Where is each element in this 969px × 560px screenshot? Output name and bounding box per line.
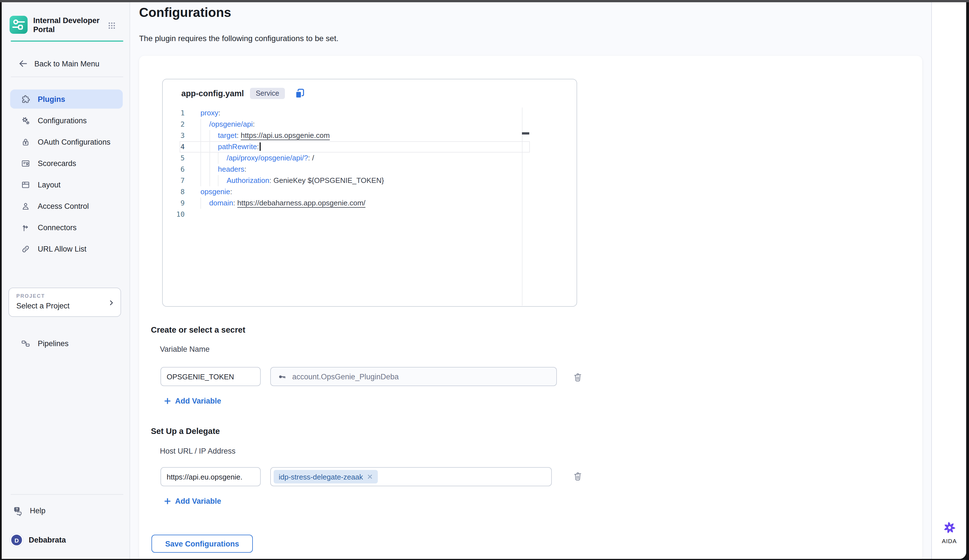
line-content: target: https://api.us.opsgenie.com — [200, 130, 330, 141]
indent-guide — [200, 130, 209, 141]
arrow-left-icon — [18, 58, 28, 69]
line-content: /opsgenie/api: — [200, 119, 255, 130]
text-cursor — [260, 142, 261, 151]
secret-section-heading: Create or select a secret — [151, 325, 245, 334]
indent-guide — [209, 164, 218, 175]
sidebar-item-access-control[interactable]: Access Control — [10, 196, 123, 216]
back-label: Back to Main Menu — [34, 59, 99, 68]
copy-icon[interactable] — [294, 88, 306, 99]
help-button[interactable]: ? Help — [12, 504, 46, 517]
sidebar-item-label: URL Allow List — [38, 244, 87, 253]
fork-arrows-icon — [21, 223, 30, 232]
line-number: 1 — [163, 108, 185, 119]
code-line[interactable]: 5/api/proxy/opsgenie/api/?: / — [163, 153, 576, 164]
sidebar-divider — [11, 76, 123, 77]
app-logo — [10, 16, 28, 34]
sidebar-item-plugins[interactable]: Plugins — [10, 90, 123, 109]
line-content: domain: https://debaharness.app.opsgenie… — [200, 198, 365, 209]
scorecard-icon — [21, 158, 30, 168]
trash-icon — [573, 470, 583, 482]
sidebar-item-layout[interactable]: Layout — [10, 175, 123, 194]
secret-value: account.OpsGenie_PluginDeba — [292, 372, 399, 381]
line-number: 6 — [163, 164, 185, 175]
code-line[interactable]: 4pathRewrite: — [163, 141, 576, 153]
secret-select-field[interactable]: account.OpsGenie_PluginDeba — [270, 367, 557, 386]
code-line[interactable]: 10 — [163, 209, 576, 220]
host-url-input[interactable] — [160, 467, 261, 486]
editor-header: app-config.yaml Service — [163, 79, 576, 108]
trash-icon — [573, 371, 583, 383]
plus-icon — [164, 397, 171, 404]
code-line[interactable]: 6headers: — [163, 164, 576, 175]
save-configurations-button[interactable]: Save Configurations — [152, 535, 253, 553]
aida-assistant-button[interactable]: AIDA — [932, 520, 966, 544]
sidebar-item-scorecards[interactable]: Scorecards — [10, 154, 123, 173]
line-content: pathRewrite: — [200, 141, 261, 153]
sidebar-item-connectors[interactable]: Connectors — [10, 218, 123, 237]
sidebar-item-oauth-configurations[interactable]: OAuth Configurations — [10, 132, 123, 151]
delete-variable-button[interactable] — [573, 371, 583, 383]
code-area[interactable]: 1proxy:2/opsgenie/api:3target: https://a… — [163, 108, 576, 306]
indent-guide — [218, 153, 226, 164]
remove-tag-icon[interactable] — [367, 474, 373, 480]
line-content: Authorization: GenieKey ${OPSGENIE_TOKEN… — [200, 175, 384, 186]
project-value: Select a Project — [16, 302, 70, 310]
person-icon — [21, 201, 30, 211]
user-name: Debabrata — [29, 536, 66, 544]
delete-delegate-row-button[interactable] — [573, 470, 583, 482]
indent-guide — [209, 130, 218, 141]
code-line[interactable]: 3target: https://api.us.opsgenie.com — [163, 130, 576, 141]
sidebar-item-label: Access Control — [38, 202, 89, 210]
delegate-tag-chip: idp-stress-delegate-zeaak — [274, 470, 378, 484]
code-line[interactable]: 7Authorization: GenieKey ${OPSGENIE_TOKE… — [163, 175, 576, 186]
delegate-tag-label: idp-stress-delegate-zeaak — [279, 472, 363, 481]
code-line[interactable]: 8opsgenie: — [163, 186, 576, 198]
add-variable-button-delegate[interactable]: Add Variable — [164, 497, 221, 505]
line-content: /api/proxy/opsgenie/api/?: / — [200, 153, 314, 164]
line-number: 3 — [163, 130, 185, 141]
sidebar-item-url-allow-list[interactable]: URL Allow List — [10, 239, 123, 258]
sidebar-item-label: Layout — [38, 180, 60, 189]
key-icon — [278, 372, 287, 381]
sidebar: Internal Developer Portal Back to Main M… — [2, 2, 130, 559]
line-number: 7 — [163, 175, 185, 186]
chevron-right-icon — [108, 298, 115, 308]
add-variable-label: Add Variable — [175, 497, 221, 505]
code-line[interactable]: 2/opsgenie/api: — [163, 119, 576, 130]
line-number: 8 — [163, 186, 185, 198]
indent-guide — [200, 175, 209, 186]
gears-icon — [21, 116, 30, 125]
configurations-card: app-config.yaml Service 1proxy:2/opsgeni… — [139, 56, 922, 559]
variable-name-input[interactable] — [160, 367, 261, 386]
brand-divider — [11, 40, 123, 42]
aida-label: AIDA — [942, 537, 957, 544]
sidebar-item-configurations[interactable]: Configurations — [10, 111, 123, 130]
line-number: 9 — [163, 198, 185, 209]
code-line[interactable]: 9domain: https://debaharness.app.opsgeni… — [163, 198, 576, 209]
puzzle-icon — [21, 94, 30, 104]
back-to-main-menu[interactable]: Back to Main Menu — [18, 57, 99, 70]
line-content: headers: — [200, 164, 246, 175]
layout-icon — [21, 180, 30, 189]
sidebar-item-label: Configurations — [38, 116, 87, 125]
brand-title: Internal Developer Portal — [33, 16, 104, 34]
right-panel-strip: AIDA — [931, 2, 966, 559]
sidebar-item-pipelines[interactable]: Pipelines — [10, 334, 123, 353]
line-content: proxy: — [200, 108, 220, 119]
sidebar-item-label: OAuth Configurations — [38, 138, 110, 146]
delegate-section-heading: Set Up a Delegate — [151, 427, 220, 435]
overview-cursor-marker — [522, 132, 529, 134]
yaml-editor[interactable]: app-config.yaml Service 1proxy:2/opsgeni… — [162, 79, 577, 307]
app-grid-icon[interactable] — [108, 22, 116, 30]
add-variable-label: Add Variable — [175, 397, 221, 405]
add-variable-button-secret[interactable]: Add Variable — [164, 396, 221, 405]
user-menu[interactable]: D Debabrata — [10, 533, 66, 547]
project-selector[interactable]: PROJECT Select a Project — [8, 287, 121, 317]
host-url-label: Host URL / IP Address — [160, 447, 236, 455]
sidebar-item-label: Plugins — [38, 95, 65, 103]
line-number: 4 — [163, 141, 185, 153]
delegate-tags-field[interactable]: idp-stress-delegate-zeaak — [270, 467, 552, 486]
code-line[interactable]: 1proxy: — [163, 108, 576, 119]
project-label: PROJECT — [16, 293, 45, 299]
svg-text:?: ? — [16, 507, 18, 511]
